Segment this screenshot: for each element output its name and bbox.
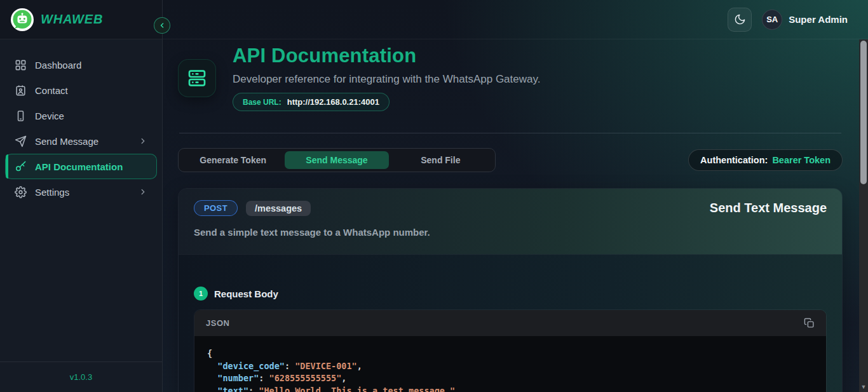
whaweb-logo-icon	[10, 8, 34, 32]
endpoint-path-badge: /messages	[246, 201, 311, 216]
page-content: API Documentation Developer reference fo…	[163, 39, 868, 392]
sidebar-item-dashboard[interactable]: Dashboard	[5, 52, 157, 78]
endpoint-description: Send a simple text message to a WhatsApp…	[194, 227, 827, 238]
toolbar-row: Generate Token Send Message Send File Au…	[178, 148, 843, 172]
endpoint-card-header: POST /messages Send Text Message Send a …	[179, 189, 842, 254]
endpoint-card-body: 1 Request Body JSON {"device_code": "DEV…	[179, 254, 842, 392]
page-header: API Documentation Developer reference fo…	[178, 44, 843, 111]
sidebar-item-api-documentation[interactable]: API Documentation	[5, 154, 157, 179]
chevron-left-icon	[158, 22, 166, 29]
step-number-badge: 1	[194, 287, 208, 301]
sidebar-item-label: Contact	[35, 85, 68, 96]
chevron-right-icon	[139, 137, 147, 145]
tab-bar: Generate Token Send Message Send File	[178, 148, 496, 172]
step-label: Request Body	[214, 288, 278, 299]
sidebar-header: WHAWEB	[0, 0, 162, 39]
base-url-badge: Base URL: http://192.168.0.21:4001	[233, 93, 390, 111]
code-line: {	[207, 348, 813, 360]
sidebar-item-contact[interactable]: Contact	[5, 78, 157, 103]
brand-name: WHAWEB	[41, 12, 103, 27]
chevron-right-icon	[139, 187, 147, 196]
sidebar: WHAWEB Dashboard Contact	[0, 0, 163, 392]
code-line: "text": "Hello World. This is a test mes…	[207, 385, 813, 392]
sidebar-item-label: Settings	[35, 187, 69, 198]
smartphone-icon	[15, 110, 27, 122]
topbar: SA Super Admin	[163, 0, 868, 39]
page-subtitle: Developer reference for integrating with…	[233, 73, 540, 86]
endpoint-title: Send Text Message	[710, 201, 827, 215]
authentication-label: Authentication:	[700, 155, 768, 165]
moon-icon	[734, 13, 746, 25]
user-menu[interactable]: SA Super Admin	[762, 10, 848, 30]
base-url-label: Base URL:	[243, 98, 281, 107]
user-name: Super Admin	[789, 14, 848, 25]
server-stack-icon	[178, 59, 216, 97]
http-method-badge: POST	[194, 200, 238, 216]
tab-generate-token[interactable]: Generate Token	[181, 151, 285, 169]
tab-send-message[interactable]: Send Message	[285, 151, 388, 169]
dashboard-grid-icon	[15, 59, 27, 71]
sidebar-item-settings[interactable]: Settings	[5, 179, 157, 205]
app-window: WHAWEB Dashboard Contact	[0, 0, 868, 392]
gear-icon	[15, 186, 27, 198]
scrollbar-thumb[interactable]	[860, 41, 867, 184]
theme-toggle-button[interactable]	[728, 8, 752, 32]
section-divider	[179, 133, 841, 133]
code-body: {"device_code": "DEVICE-001","number": "…	[194, 336, 826, 392]
sidebar-item-label: Dashboard	[35, 60, 81, 71]
sidebar-nav: Dashboard Contact Device Send Message	[0, 39, 162, 362]
sidebar-item-label: Send Message	[35, 136, 98, 147]
sidebar-item-label: Device	[35, 111, 64, 121]
sidebar-footer: v1.0.3	[0, 362, 162, 392]
authentication-value: Bearer Token	[772, 155, 831, 165]
request-body-step: 1 Request Body	[194, 287, 827, 301]
page-title: API Documentation	[233, 44, 540, 67]
copy-icon[interactable]	[804, 318, 815, 328]
code-block-header: JSON	[194, 310, 826, 336]
code-language-label: JSON	[206, 318, 229, 328]
sidebar-item-send-message[interactable]: Send Message	[5, 128, 157, 154]
code-line: "device_code": "DEVICE-001",	[207, 360, 813, 373]
vertical-scrollbar[interactable]: ▼	[859, 39, 868, 392]
code-block: JSON {"device_code": "DEVICE-001","numbe…	[194, 309, 827, 392]
sidebar-item-device[interactable]: Device	[5, 103, 157, 128]
authentication-badge: Authentication: Bearer Token	[688, 149, 843, 171]
base-url-value: http://192.168.0.21:4001	[287, 97, 379, 107]
key-icon	[15, 161, 27, 173]
page-header-text: API Documentation Developer reference fo…	[233, 44, 540, 111]
main-area: SA Super Admin API Documentation Develop…	[163, 0, 868, 392]
avatar: SA	[762, 10, 782, 30]
code-line: "number": "628555555555",	[207, 372, 813, 385]
contact-card-icon	[15, 84, 27, 97]
scrollbar-down-arrow-icon[interactable]: ▼	[859, 384, 868, 390]
endpoint-card: POST /messages Send Text Message Send a …	[178, 188, 843, 392]
sidebar-collapse-button[interactable]	[154, 17, 170, 34]
app-version: v1.0.3	[70, 372, 92, 382]
endpoint-row: POST /messages Send Text Message	[194, 200, 827, 216]
send-icon	[15, 135, 27, 147]
sidebar-item-label: API Documentation	[35, 161, 123, 172]
tab-send-file[interactable]: Send File	[389, 151, 492, 169]
